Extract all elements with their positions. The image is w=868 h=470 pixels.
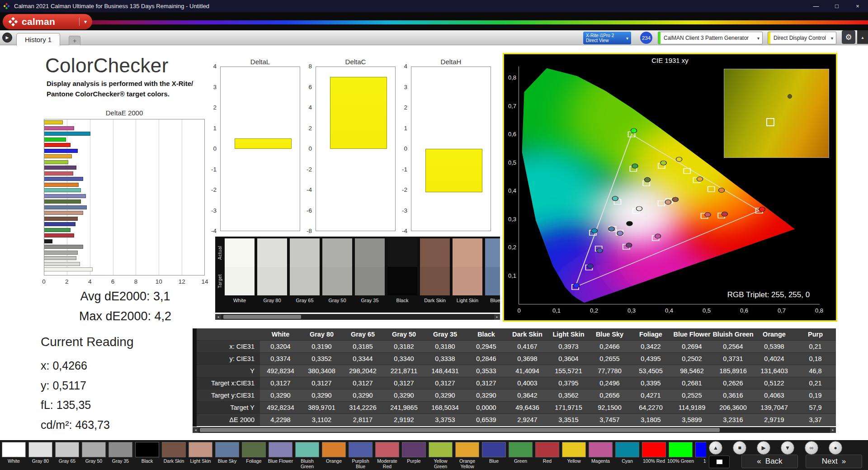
table-cell: 492,8234 [260,402,301,414]
swatch-actual [420,238,450,267]
table-cell: 3,3753 [425,414,466,426]
settings-button[interactable]: ⚙ [842,30,855,44]
table-cell: 0,2945 [466,341,507,353]
scroll-left-icon[interactable]: ◂ [215,314,221,320]
pattern-swatch[interactable] [509,442,533,457]
calman-logo-button[interactable]: calman ▾ [3,14,92,29]
table-cell: 0,2846 [466,353,507,365]
table-cell: 241,9865 [383,402,425,414]
table-header-cell: Gray 35 [425,328,466,341]
table-header-cell: Bluish Green [712,328,754,341]
pattern-swatch[interactable] [642,442,666,457]
pattern-swatch[interactable] [615,442,639,457]
pattern-swatch[interactable] [242,442,266,457]
reading-fl: fL: 135,35 [41,399,91,412]
pattern-swatch[interactable] [215,442,239,457]
pattern-swatch-label: Dark Skin [160,459,187,470]
scroll-right-icon[interactable]: ▸ [830,427,836,433]
history-panel-toggle[interactable]: ▶ [2,33,12,43]
table-cell: 57,9 [795,402,836,414]
pattern-swatch[interactable] [269,442,292,457]
pattern-swatch[interactable] [669,442,693,457]
table-row-label: Target Y [197,402,260,414]
table-cell: 0,3422 [630,341,671,353]
table-cell: 0,21 [795,341,836,353]
pattern-window-button[interactable] [709,456,730,468]
table-cell: 221,8711 [383,365,425,377]
display-control-dropdown[interactable]: Direct Display Control ▾ [768,32,836,44]
page-subtitle-line1: Display analysis is performed with the X… [47,80,193,87]
back-button[interactable]: « Back [741,455,798,468]
pattern-swatch[interactable] [189,442,212,457]
meter-dropdown[interactable]: X-Rite i1Pro 2 Direct View ▾ [583,32,631,44]
pattern-swatch[interactable] [589,442,613,457]
reading-x: x: 0,4266 [41,359,87,372]
pattern-swatch-label: Gray 80 [27,459,54,470]
next-button[interactable]: Next » [806,455,862,468]
pattern-swatch[interactable] [108,442,132,457]
table-cell: 0,3290 [342,389,383,402]
table-cell: 185,8916 [712,365,754,377]
collapse-button[interactable]: ▴ [857,30,868,44]
swatch-label: Gray 35 [354,298,386,304]
pattern-swatch[interactable] [349,442,373,457]
pattern-swatch-label: Black [134,459,160,470]
deltah-y-tick: 2 [390,104,407,111]
table-cell: 0,3127 [466,377,507,389]
pattern-swatch[interactable] [322,442,346,457]
table-cell: 0,3731 [712,353,754,365]
pattern-swatch[interactable] [82,442,106,457]
table-cell: 148,4431 [425,365,466,377]
table-cell: 0,3127 [301,377,342,389]
pattern-swatch[interactable] [695,442,706,457]
table-scrollbar[interactable]: ◂ ▸ [193,427,836,433]
deltah-bar [425,149,482,192]
add-tab-button[interactable]: + [69,36,80,45]
pattern-swatch-label: Moderate Red [374,459,401,470]
pattern-swatch[interactable] [135,442,159,457]
pattern-swatch[interactable] [162,442,186,457]
pattern-generator-dropdown[interactable]: CalMAN Client 3 Pattern Generator ▾ [658,32,763,44]
table-cell: 0,2564 [712,341,754,353]
deltae-x-tick: 12 [175,278,189,285]
tab-label: History 1 [25,36,52,43]
table-cell: 0,4167 [507,341,548,353]
swatch-target [355,267,385,295]
swatch-actual [322,238,352,267]
pattern-swatch[interactable] [482,442,506,457]
scroll-right-icon[interactable]: ▸ [494,314,500,320]
pattern-swatch[interactable] [28,442,52,457]
table-cell: 380,3408 [301,365,342,377]
table-header-cell: Gray 65 [342,328,383,341]
table-cell: 139,7047 [754,402,795,414]
scroll-left-icon[interactable]: ◂ [193,427,198,433]
pattern-swatch[interactable] [55,442,79,457]
pattern-swatch-label: Light Skin [187,459,214,470]
table-cell: 41,4094 [507,365,548,377]
minimize-button[interactable]: — [806,0,826,12]
pattern-swatch[interactable] [535,442,559,457]
pattern-swatch[interactable] [562,442,586,457]
scrollbar-thumb[interactable] [223,315,301,319]
table-cell: 0,3290 [425,389,466,402]
maximize-button[interactable]: □ [826,0,847,12]
tab-history-1[interactable]: History 1 [16,33,60,46]
table-cell: 0,3616 [712,389,754,402]
table-cell: 0,2626 [712,377,754,389]
pattern-swatch[interactable] [402,442,426,457]
close-button[interactable]: × [847,0,868,12]
swatch-scrollbar[interactable]: ◂ ▸ [215,314,500,320]
table-header-cell: Blue Sky [589,328,630,341]
pattern-swatch[interactable] [429,442,453,457]
table-cell: 0,3180 [425,341,466,353]
pattern-swatch[interactable] [295,442,319,457]
scrollbar-thumb[interactable] [200,428,720,432]
deltah-y-tick: 3 [390,84,407,91]
pattern-swatch[interactable] [375,442,399,457]
pattern-swatch[interactable] [455,442,479,457]
deltac-y-tick: 4 [295,104,312,111]
deltae-x-tick: 8 [129,278,142,285]
deltae-x-tick: 14 [198,278,212,285]
pattern-swatch[interactable] [2,442,26,457]
chevron-down-icon: ▾ [831,36,833,41]
